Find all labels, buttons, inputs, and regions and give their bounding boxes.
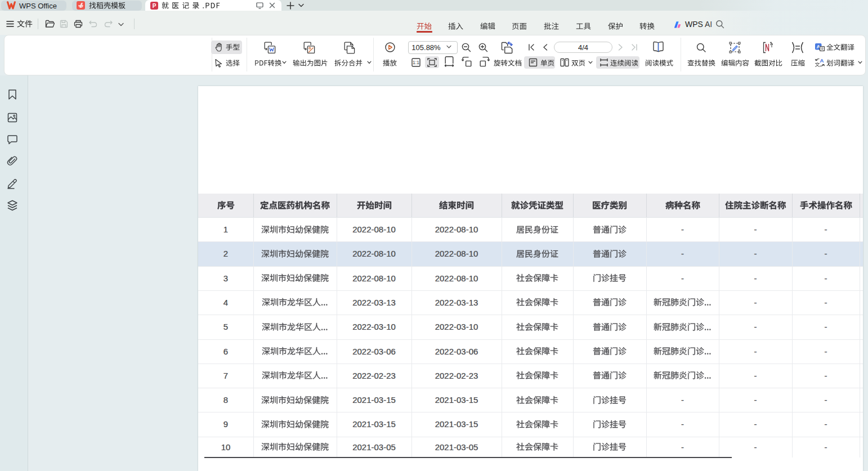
svg-text:A: A xyxy=(820,57,824,64)
svg-text:P: P xyxy=(153,3,156,9)
svg-text:1:1: 1:1 xyxy=(413,60,419,65)
